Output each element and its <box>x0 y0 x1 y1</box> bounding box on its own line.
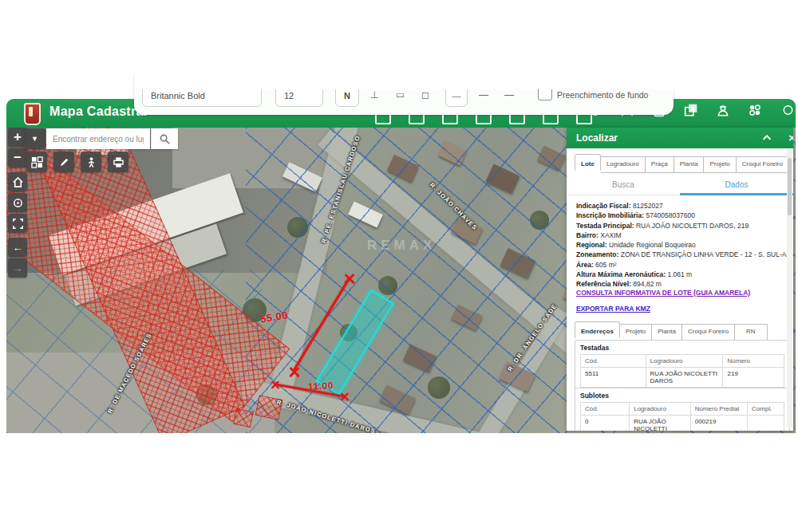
street-view-person-icon <box>85 156 97 168</box>
field-row: Indicação Fiscal: 81252027 <box>576 201 787 211</box>
search-input[interactable] <box>46 128 150 149</box>
field-row: Área: 605 m² <box>576 260 787 270</box>
scrollbar-thumb[interactable] <box>788 158 792 215</box>
table-header-row: Cód. Logradouro Número Predial Compl. <box>581 403 784 416</box>
tab-lote[interactable]: Lote <box>575 154 601 171</box>
street-view-button[interactable] <box>81 152 101 172</box>
detail-tab-projeto[interactable]: Projeto <box>620 324 652 341</box>
zoom-out-button[interactable]: − <box>8 148 27 167</box>
export-kmz-link[interactable]: EXPORTAR PARA KMZ <box>576 305 650 313</box>
basemap-button[interactable] <box>26 152 47 172</box>
detail-tab-croqui-foreiro[interactable]: Croqui Foreiro <box>682 324 735 341</box>
tab-croqui-foreiro[interactable]: Croqui Foreiro <box>737 156 789 173</box>
tab-praca[interactable]: Praça <box>646 156 674 173</box>
detail-tab-planta[interactable]: Planta <box>652 324 682 341</box>
panel-title: Localizar <box>576 132 618 144</box>
layers-icon[interactable] <box>684 103 698 117</box>
collapse-chevron-icon[interactable] <box>761 132 772 145</box>
panel-scrollbar[interactable] <box>787 150 792 428</box>
dimension-endpoint-x <box>340 392 350 402</box>
dimension-endpoint-x <box>343 272 356 285</box>
screen: REMAX 55.00 11.00 R. PE. ESTANISLAU CARD… <box>0 0 798 532</box>
localizar-panel: Localizar ✕ Lote Logradouro Praça Planta… <box>567 128 793 431</box>
draw-button[interactable] <box>53 152 74 172</box>
field-row: Altura Máxima Aeronáutica: 1.061 m <box>576 270 787 279</box>
search-button[interactable] <box>151 128 178 149</box>
city-crest-logo <box>24 103 41 125</box>
table-header-row: Cód. Logradouro Número <box>581 355 784 368</box>
detail-tab-strip: Endereços Projeto Planta Croqui Foreiro … <box>575 324 768 341</box>
restriction-zone-hatch-small <box>233 408 254 428</box>
testadas-table: Cód. Logradouro Número 5511 RUA JOÃO NIC… <box>580 354 784 388</box>
field-row: Inscrição Imobiliária: 5740058037600 <box>576 211 787 220</box>
guia-amarela-link[interactable]: CONSULTA INFORMATIVA DE LOTE (GUIA AMARE… <box>576 289 750 297</box>
basemap-icon <box>31 156 43 168</box>
forward-button[interactable]: → <box>8 258 27 278</box>
close-icon-partial[interactable]: ✕ <box>788 133 793 144</box>
overlap-cover <box>134 64 693 89</box>
testadas-group: Testadas Cód. Logradouro Número 5511 RUA… <box>575 340 790 392</box>
dimension-endpoint-x <box>288 365 301 378</box>
printer-icon <box>113 156 124 168</box>
back-button[interactable]: ← <box>8 238 27 257</box>
lot-data-fields: Indicação Fiscal: 81252027 Inscrição Imo… <box>576 201 787 290</box>
watermark: REMAX <box>367 238 436 254</box>
field-row: Testada Principal: RUA JOÃO NICOLETTI DA… <box>576 221 787 231</box>
tab-planta[interactable]: Planta <box>674 156 705 173</box>
home-button[interactable] <box>8 172 27 191</box>
full-extent-button[interactable] <box>8 214 27 233</box>
subtab-dados[interactable]: Dados <box>680 180 793 189</box>
detail-tab-rn[interactable]: RN <box>735 324 768 341</box>
tab-logradouro[interactable]: Logradouro <box>601 156 646 173</box>
field-row: Bairro: XAXIM <box>576 231 787 240</box>
testadas-title: Testadas <box>580 344 784 352</box>
locate-button[interactable] <box>8 193 27 212</box>
sublotes-title: Sublotes <box>580 392 784 400</box>
subtab-busca[interactable]: Busca <box>567 180 680 189</box>
sublotes-group: Sublotes Cód. Logradouro Número Predial … <box>575 388 790 431</box>
sublotes-table: Cód. Logradouro Número Predial Compl. 0 … <box>580 402 784 431</box>
panel-header[interactable]: Localizar ✕ <box>567 128 793 148</box>
field-row: Referência Nível: 894,82 m <box>576 279 787 289</box>
surveyor-hat-icon[interactable] <box>716 103 730 117</box>
subtab-strip: Busca Dados <box>567 177 793 195</box>
print-button[interactable] <box>108 152 128 172</box>
app-title: Mapa Cadastral <box>49 104 147 119</box>
dimension-endpoint-x <box>271 380 281 390</box>
field-row: Zoneamento: ZONA DE TRANSIÇÃO LINHA VERD… <box>576 250 787 259</box>
tab-projeto[interactable]: Projeto <box>704 156 736 173</box>
detail-tab-enderecos[interactable]: Endereços <box>575 321 620 338</box>
search-dropdown-button[interactable]: ▼ <box>24 128 45 149</box>
pencil-icon <box>58 156 70 168</box>
palette-icon[interactable] <box>748 103 762 117</box>
field-row: Regional: Unidade Regional Boqueirao <box>576 240 787 250</box>
globe-icon-partial[interactable] <box>780 103 791 117</box>
active-subtab-underline <box>680 193 793 195</box>
panel-tab-strip: Lote Logradouro Praça Planta Projeto Cro… <box>575 156 789 173</box>
search-icon <box>159 133 171 145</box>
dimension-label-11: 11.00 <box>308 380 334 392</box>
table-row[interactable]: 0 RUA JOÃO NICOLETTI 000219 <box>581 416 784 432</box>
table-row[interactable]: 5511 RUA JOÃO NICOLETTI DAROS 219 <box>581 368 784 388</box>
